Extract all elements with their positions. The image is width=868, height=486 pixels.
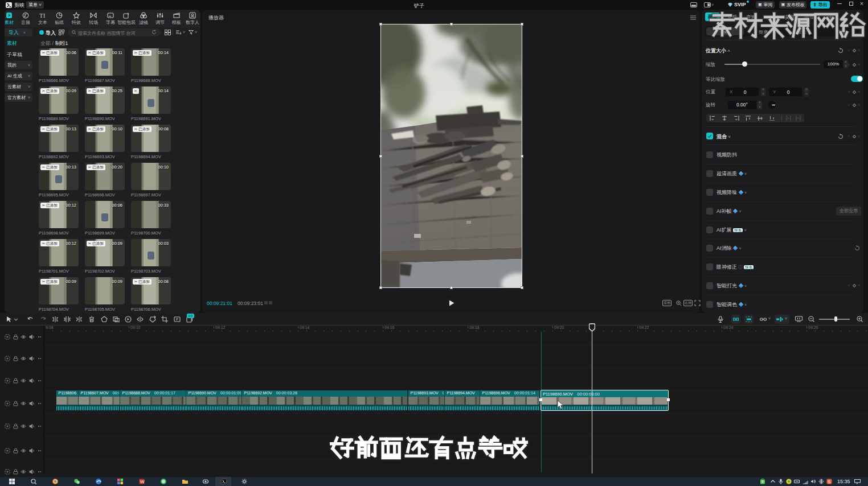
svg-text:W: W xyxy=(140,479,145,484)
svg-text:TI: TI xyxy=(39,12,46,19)
svg-text:S: S xyxy=(828,479,830,484)
